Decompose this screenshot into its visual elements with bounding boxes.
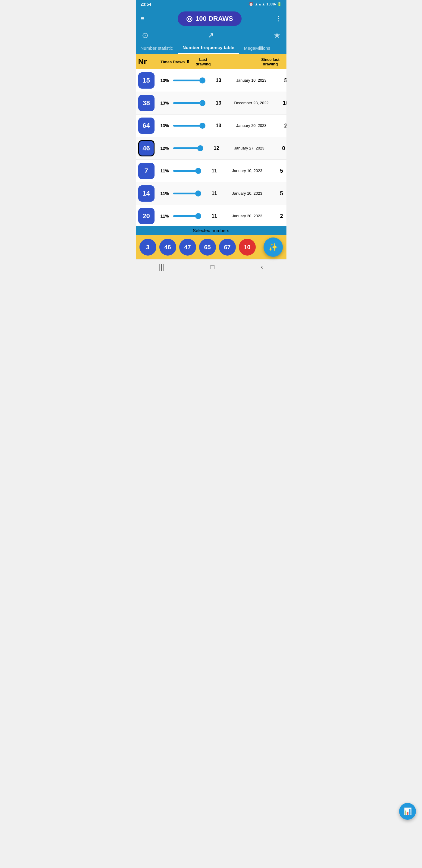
table-row[interactable]: 1411%11January 10, 20235 (136, 182, 287, 205)
col-header-since-last: Since last drawing (257, 57, 284, 66)
sort-arrow-icon[interactable]: ⬆ (186, 59, 190, 64)
frequency-bar-container (173, 80, 201, 82)
col-header-nr: Nr (138, 57, 159, 66)
number-badge[interactable]: 46 (138, 140, 155, 156)
since-last-drawing: 2 (268, 213, 287, 219)
frequency-cell: 11% (161, 190, 201, 196)
frequency-label: 11% (161, 191, 171, 196)
frequency-bar-container (173, 147, 198, 149)
battery-icon: 🔋 (277, 2, 282, 6)
frequency-bar (173, 170, 196, 172)
magic-wand-icon: ✨ (268, 243, 278, 252)
table-header: Nr Times Drawn ⬆ Last drawing Since last… (136, 54, 287, 69)
table-row[interactable]: 4612%12January 27, 20230 (136, 137, 287, 160)
since-last-drawing: 5 (268, 168, 287, 174)
more-options-icon[interactable]: ⋮ (275, 15, 282, 23)
table-row[interactable]: 1513%13January 10, 20235 (136, 69, 287, 92)
frequency-bar-container (173, 215, 196, 217)
last-drawing: January 20, 2023 (232, 123, 271, 128)
frequency-label: 12% (161, 146, 171, 151)
tab-number-frequency[interactable]: Number frequency table (178, 42, 239, 54)
number-badge[interactable]: 64 (138, 118, 155, 134)
nav-tabs: Number statistic Number frequency table … (136, 42, 287, 54)
frequency-label: 11% (161, 168, 171, 173)
status-bar: 23:54 ⏰ ▲▲▲ 100% 🔋 (136, 0, 287, 8)
times-drawn: 13 (207, 78, 231, 83)
nav-back-icon[interactable]: ‹ (261, 263, 263, 271)
table-row[interactable]: 711%11January 10, 20235 (136, 160, 287, 182)
number-badge[interactable]: 7 (138, 163, 155, 179)
draws-label: 100 DRAWS (195, 15, 233, 23)
status-icons: ⏰ ▲▲▲ 100% 🔋 (249, 2, 281, 6)
selected-number-circle[interactable]: 65 (199, 239, 216, 255)
frequency-bar-container (173, 125, 201, 127)
battery-text: 100% (267, 2, 276, 6)
table-row[interactable]: 2011%11January 20, 20232 (136, 205, 287, 226)
camera-icon: ◎ (186, 14, 192, 23)
bottom-nav: ||| □ ‹ (136, 259, 287, 276)
last-drawing: December 23, 2022 (232, 101, 271, 106)
number-badge[interactable]: 15 (138, 72, 155, 89)
since-last-drawing: 5 (272, 78, 287, 84)
frequency-cell: 11% (161, 168, 201, 174)
table-row[interactable]: 3813%13December 23, 202210 (136, 92, 287, 115)
frequency-cell: 13% (161, 100, 205, 106)
last-drawing: January 27, 2023 (230, 146, 269, 151)
number-badge[interactable]: 38 (138, 95, 155, 111)
selected-numbers-bar: 34647656710✨ (136, 235, 287, 259)
selected-number-circle[interactable]: 67 (219, 239, 236, 255)
trending-tab-icon[interactable]: ↗ (207, 31, 214, 42)
selected-number-circle[interactable]: 3 (139, 239, 156, 255)
tab-number-statistic[interactable]: Number statistic (136, 42, 178, 54)
table-row[interactable]: 6413%13January 20, 20232 (136, 115, 287, 137)
selected-number-circle[interactable]: 46 (159, 239, 176, 255)
fingerprint-tab-icon[interactable]: ⊙ (142, 31, 149, 42)
times-drawn: 11 (202, 168, 227, 174)
selected-bonus-number[interactable]: 10 (239, 239, 256, 255)
col-header-times-drawn: Times Drawn ⬆ (161, 59, 190, 64)
frequency-bar-container (173, 170, 196, 172)
alarm-icon: ⏰ (249, 2, 253, 6)
col-header-last-drawing: Last drawing (191, 57, 215, 66)
hamburger-icon[interactable]: ≡ (141, 15, 144, 23)
frequency-cell: 13% (161, 123, 205, 129)
number-badge[interactable]: 14 (138, 185, 155, 202)
times-drawn: 13 (207, 100, 231, 106)
last-drawing: January 10, 2023 (232, 78, 271, 83)
frequency-cell: 13% (161, 78, 205, 84)
magic-fab-button[interactable]: ✨ (264, 238, 283, 257)
frequency-cell: 11% (161, 213, 201, 219)
status-time: 23:54 (141, 2, 152, 7)
frequency-cell: 12% (161, 145, 203, 151)
selected-numbers-section: Selected numbers (136, 226, 287, 235)
number-badge[interactable]: 20 (138, 208, 155, 224)
frequency-label: 13% (161, 78, 171, 83)
times-drawn: 11 (202, 191, 227, 196)
frequency-bar-container (173, 193, 196, 194)
frequency-bar (173, 147, 198, 149)
tab-icons-bar: ⊙ ↗ ★ (136, 29, 287, 42)
times-drawn: 13 (207, 123, 231, 128)
signal-icon: ▲▲▲ (255, 2, 265, 6)
app-header: ≡ ◎ 100 DRAWS ⋮ (136, 8, 287, 29)
nav-menu-icon[interactable]: ||| (159, 263, 164, 271)
last-drawing: January 10, 2023 (228, 168, 267, 174)
since-last-drawing: 10 (272, 100, 287, 106)
since-last-drawing: 2 (272, 123, 287, 129)
tab-megamillions[interactable]: MegaMillions (239, 42, 275, 54)
frequency-bar (173, 125, 201, 127)
frequency-bar (173, 102, 201, 104)
frequency-table: 1513%13January 10, 202353813%13December … (136, 69, 287, 226)
frequency-bar (173, 193, 196, 194)
star-tab-icon[interactable]: ★ (273, 31, 281, 42)
nav-home-icon[interactable]: □ (210, 263, 215, 271)
frequency-label: 13% (161, 123, 171, 128)
last-drawing: January 20, 2023 (228, 214, 267, 219)
selected-numbers-label: Selected numbers (193, 228, 229, 233)
since-last-drawing: 5 (268, 190, 287, 197)
frequency-label: 13% (161, 101, 171, 105)
selected-number-circle[interactable]: 47 (179, 239, 196, 255)
times-drawn: 12 (204, 146, 229, 151)
draws-button[interactable]: ◎ 100 DRAWS (178, 11, 241, 26)
times-drawn: 11 (202, 213, 227, 219)
